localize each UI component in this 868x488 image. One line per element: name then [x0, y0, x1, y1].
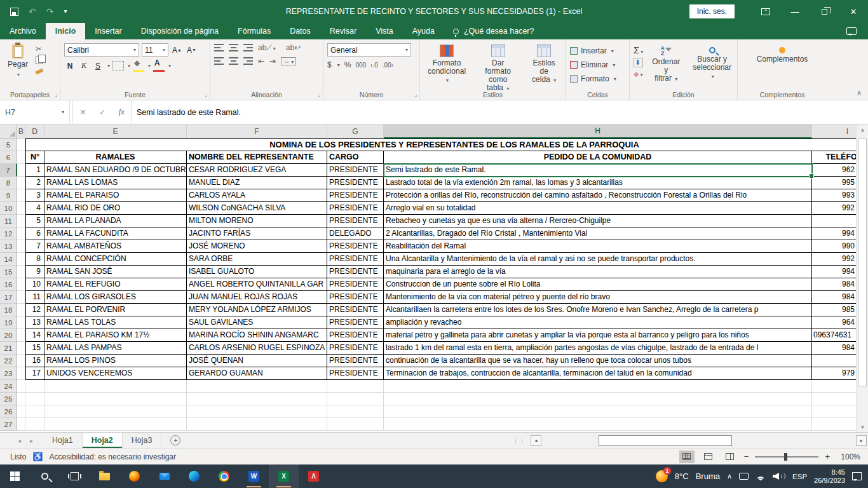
horizontal-scroll-thumb[interactable] — [599, 435, 732, 446]
cell-r20c1[interactable]: RAMAL EL PARAISO KM 17½ — [44, 329, 187, 342]
cell-r17c0[interactable]: 11 — [25, 291, 44, 304]
cancel-icon[interactable]: ✕ — [79, 107, 86, 117]
decrease-indent-icon[interactable]: ⇤ — [258, 57, 264, 65]
cell-r9c4[interactable]: Protección a orillas del Río, reconstruc… — [384, 189, 812, 202]
cell-B7[interactable] — [17, 164, 25, 177]
tab-formulas[interactable]: Fórmulas — [228, 23, 280, 39]
firefox-button[interactable] — [119, 464, 149, 488]
cell-r13c3[interactable]: PRESIDENTE — [327, 240, 384, 253]
col-header-G[interactable]: G — [327, 125, 384, 139]
mail-button[interactable] — [149, 464, 179, 488]
cut-icon[interactable]: ✂ — [36, 44, 43, 53]
comma-style-icon[interactable]: 000 — [355, 62, 366, 69]
action-center-icon[interactable] — [852, 472, 862, 480]
cell-r8c1[interactable]: RAMAL LAS LOMAS — [44, 177, 187, 189]
cell-r15c0[interactable]: 9 — [25, 266, 44, 278]
cell-B12[interactable] — [17, 227, 25, 240]
cell-r23c1[interactable]: UNIDOS VENCEREMOS — [44, 367, 187, 380]
cell-r12c4[interactable]: 2 Alcantarillas, Dragado del Río Cristal… — [384, 227, 812, 240]
tray-expand-icon[interactable]: ∧ — [727, 472, 732, 480]
hscroll-left-icon[interactable]: ◂ — [531, 435, 541, 446]
cell-r7c3[interactable]: PRESIDENTE — [327, 164, 384, 177]
redo-icon[interactable]: ↷ — [46, 7, 54, 16]
col-header-F[interactable]: F — [187, 125, 327, 139]
italic-button[interactable]: K — [78, 60, 90, 72]
cell-r16c0[interactable]: 10 — [25, 278, 44, 291]
delete-cells-button[interactable]: Eliminar▾ — [570, 58, 625, 71]
cell-r27c2[interactable] — [187, 418, 327, 431]
language-indicator[interactable]: ESP — [792, 473, 807, 480]
cell-r27c4[interactable] — [384, 418, 812, 431]
cell-r20c3[interactable]: PRESIDENTE — [327, 329, 384, 342]
cell-B21[interactable] — [17, 342, 25, 355]
cell-B6[interactable] — [17, 151, 25, 164]
font-name-select[interactable]: Calibri▾ — [64, 43, 139, 57]
tab-archivo[interactable]: Archivo — [0, 23, 46, 39]
cell-r23c5[interactable]: 979 — [812, 367, 856, 380]
scroll-up-icon[interactable]: ▲ — [857, 125, 868, 135]
tab-split-handle[interactable]: ⋮⋮ — [513, 437, 526, 444]
align-left-icon[interactable] — [214, 57, 224, 65]
cell-r17c4[interactable]: Mantenimiento de la vía con material pét… — [384, 291, 812, 304]
sheet-nav-left-icon[interactable]: ◂ — [18, 437, 21, 444]
cell-B26[interactable] — [17, 405, 25, 418]
cell-r26c4[interactable] — [384, 405, 812, 418]
edge-button[interactable] — [179, 464, 209, 488]
select-all-corner[interactable] — [0, 125, 17, 139]
sheet-tab-hoja2[interactable]: Hoja2 — [83, 433, 123, 448]
weather-temp[interactable]: 8°C — [675, 471, 689, 481]
cell-r9c3[interactable]: PRESIDENTE — [327, 189, 384, 202]
row-header-10[interactable]: 10 — [0, 202, 17, 215]
cell-r19c0[interactable]: 13 — [25, 316, 44, 329]
cell-r7c2[interactable]: CESAR RODRIGUEZ VEGA — [187, 164, 327, 177]
cell-r22c2[interactable]: JOSÉ QUENAN — [187, 355, 327, 367]
col-header-D[interactable]: D — [25, 125, 44, 139]
row-header-19[interactable]: 19 — [0, 316, 17, 329]
increase-font-icon[interactable]: A▲ — [171, 44, 183, 56]
cell-B16[interactable] — [17, 278, 25, 291]
cell-r20c2[interactable]: MARINA ROCÍO SHININ ANGAMARC — [187, 329, 327, 342]
cell-r25c5[interactable] — [812, 393, 856, 405]
row-header-22[interactable]: 22 — [0, 355, 17, 367]
cell-B19[interactable] — [17, 316, 25, 329]
font-size-select[interactable]: 11▾ — [142, 43, 168, 57]
bold-button[interactable]: N — [64, 60, 76, 72]
cell-r22c4[interactable]: continuación de la alcantarilla que se v… — [384, 355, 812, 367]
weather-desc[interactable]: Bruma — [696, 471, 720, 481]
cell-r19c2[interactable]: SAUL GAVILANES — [187, 316, 327, 329]
tab-insertar[interactable]: Insertar — [85, 23, 131, 39]
currency-caret-icon[interactable]: ▾ — [337, 62, 340, 68]
cell-r17c2[interactable]: JUAN MANUEL ROJAS ROJAS — [187, 291, 327, 304]
cell-r8c5[interactable]: 995 — [812, 177, 856, 189]
row-header-13[interactable]: 13 — [0, 240, 17, 253]
cell-B8[interactable] — [17, 177, 25, 189]
cell-r12c5[interactable]: 994 — [812, 227, 856, 240]
cell-r10c1[interactable]: RAMAL RIO DE ORO — [44, 202, 187, 215]
row-header-6[interactable]: 6 — [0, 151, 17, 164]
cell-r18c5[interactable]: 985 — [812, 304, 856, 316]
zoom-in-icon[interactable]: + — [825, 452, 830, 461]
cell-r12c3[interactable]: DELEGADO — [327, 227, 384, 240]
col-header-I[interactable]: I — [812, 125, 856, 139]
cell-r18c4[interactable]: Alcantarillaen la carretera entre los lo… — [384, 304, 812, 316]
enter-icon[interactable]: ✓ — [99, 107, 105, 117]
zoom-slider[interactable] — [755, 456, 818, 458]
cell-r15c2[interactable]: ISABEL GUALOTO — [187, 266, 327, 278]
cell-r12c1[interactable]: RAMAL LA FACUNDITA — [44, 227, 187, 240]
cell-r7c1[interactable]: RAMAL SAN EDUARDO /9 DE OCTUBRE — [44, 164, 187, 177]
merged-title-cell[interactable]: NOMINA DE LOS PRESIDENTES Y REPRESENTANT… — [25, 139, 856, 151]
cell-r22c5[interactable] — [812, 355, 856, 367]
paste-button[interactable]: Pegar ▾ — [4, 43, 32, 88]
cell-r11c2[interactable]: MILTON MORENO — [187, 215, 327, 227]
row-header-8[interactable]: 8 — [0, 177, 17, 189]
cell-B15[interactable] — [17, 266, 25, 278]
cell-r23c0[interactable]: 17 — [25, 367, 44, 380]
row-header-7[interactable]: 7 — [0, 164, 17, 177]
cell-r13c0[interactable]: 7 — [25, 240, 44, 253]
cell-r13c2[interactable]: JOSÉ MORENO — [187, 240, 327, 253]
cell-r18c2[interactable]: MERY YOLANDA LÓPEZ ARMIJOS — [187, 304, 327, 316]
cell-r15c5[interactable]: 994 — [812, 266, 856, 278]
cell-r17c3[interactable]: PRESIDENTE — [327, 291, 384, 304]
dialog-launcher-icon[interactable]: ⌟ — [318, 92, 320, 98]
cell-r19c4[interactable]: ampliación y revacheo — [384, 316, 812, 329]
